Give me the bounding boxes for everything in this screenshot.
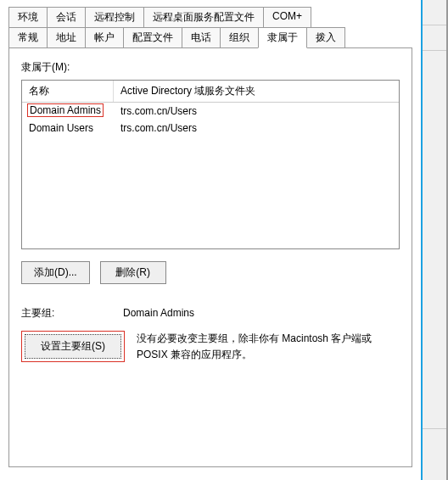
cell-name: Domain Admins bbox=[22, 103, 114, 120]
tab-member-of[interactable]: 隶属于 bbox=[258, 27, 307, 48]
tab-telephones[interactable]: 电话 bbox=[182, 27, 221, 48]
tab-profile[interactable]: 配置文件 bbox=[123, 27, 182, 48]
tab-sessions[interactable]: 会话 bbox=[47, 7, 86, 28]
tab-strip: 环境 会话 远程控制 远程桌面服务配置文件 COM+ 常规 地址 帐户 配置文件… bbox=[8, 7, 412, 48]
primary-group-hint: 没有必要改变主要组，除非你有 Macintosh 客户端或 POSIX 兼容的应… bbox=[137, 331, 400, 363]
primary-group-value: Domain Admins bbox=[123, 307, 194, 319]
tab-account[interactable]: 帐户 bbox=[85, 27, 124, 48]
member-of-label: 隶属于(M): bbox=[21, 60, 400, 75]
tab-com-plus[interactable]: COM+ bbox=[263, 7, 311, 28]
tab-organization[interactable]: 组织 bbox=[220, 27, 259, 48]
cell-name: Domain Users bbox=[22, 120, 114, 137]
col-header-folder[interactable]: Active Directory 域服务文件夹 bbox=[114, 81, 399, 102]
primary-group-label: 主要组: bbox=[21, 306, 123, 321]
tab-rds-profile[interactable]: 远程桌面服务配置文件 bbox=[143, 7, 264, 28]
tab-address[interactable]: 地址 bbox=[47, 27, 86, 48]
table-row[interactable]: Domain Admins trs.com.cn/Users bbox=[22, 103, 399, 120]
tab-general[interactable]: 常规 bbox=[8, 27, 48, 48]
set-primary-group-button[interactable]: 设置主要组(S) bbox=[25, 334, 121, 359]
right-side-strip bbox=[421, 0, 448, 480]
tab-environment[interactable]: 环境 bbox=[8, 7, 48, 28]
member-of-panel: 隶属于(M): 名称 Active Directory 域服务文件夹 Domai… bbox=[8, 47, 412, 467]
table-row[interactable]: Domain Users trs.com.cn/Users bbox=[22, 120, 399, 137]
listview-header: 名称 Active Directory 域服务文件夹 bbox=[22, 81, 399, 103]
col-header-name[interactable]: 名称 bbox=[22, 81, 114, 102]
groups-listview[interactable]: 名称 Active Directory 域服务文件夹 Domain Admins… bbox=[21, 80, 400, 249]
remove-button[interactable]: 删除(R) bbox=[100, 261, 166, 284]
tab-dial-in[interactable]: 拨入 bbox=[306, 27, 345, 48]
cell-folder: trs.com.cn/Users bbox=[114, 103, 399, 120]
tab-remote-control[interactable]: 远程控制 bbox=[85, 7, 144, 28]
cell-folder: trs.com.cn/Users bbox=[114, 120, 399, 137]
add-button[interactable]: 添加(D)... bbox=[21, 261, 90, 284]
